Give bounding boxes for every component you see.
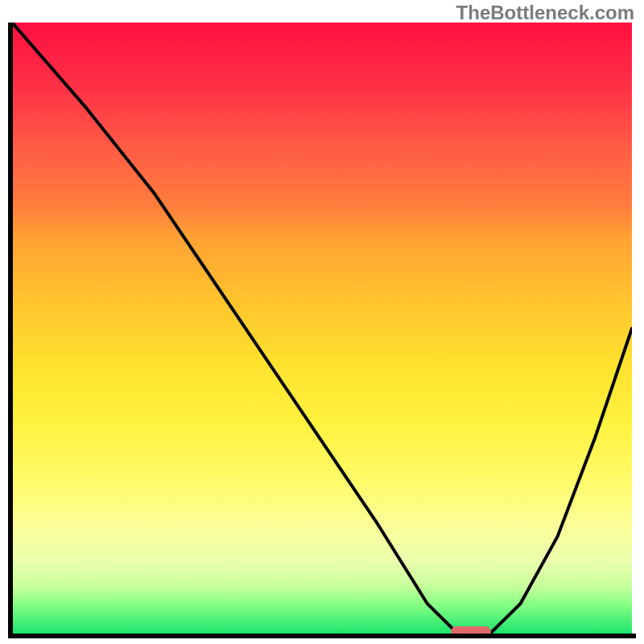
attribution-label: TheBottleneck.com — [456, 2, 634, 24]
x-axis — [10, 634, 636, 638]
chart-container: TheBottleneck.com — [0, 0, 644, 644]
y-axis — [8, 23, 13, 638]
bottleneck-curve — [12, 23, 632, 634]
